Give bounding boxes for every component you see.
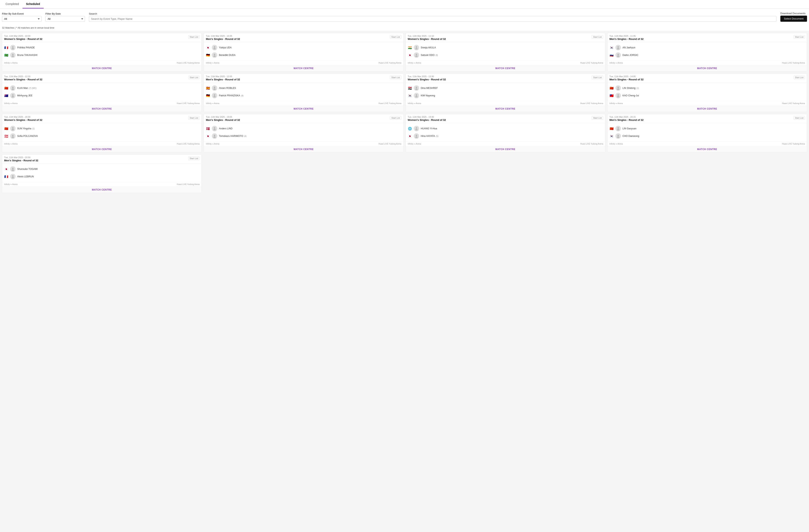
match-header-left: Tue, 11th Mar 2025 - 11:10 Women's Singl… xyxy=(408,35,446,40)
svg-point-50 xyxy=(12,175,14,177)
avatar xyxy=(212,45,217,50)
match-header-left: Tue, 11th Mar 2025 - 19:05 Men's Singles… xyxy=(206,116,240,121)
match-players: 🇪🇬 Dina MESHREF 🇰🇷 KIM Nayeong xyxy=(406,83,605,101)
tab-scheduled[interactable]: Scheduled xyxy=(22,0,44,8)
search-input[interactable] xyxy=(89,16,776,22)
match-centre-button[interactable]: MATCH CENTRE xyxy=(204,106,403,112)
player-name: Tomokazu HARIMOTO (4) xyxy=(219,135,401,138)
svg-point-3 xyxy=(12,55,14,57)
start-list-button[interactable]: Start List xyxy=(390,116,401,120)
match-datetime: Tue, 11th Mar 2025 - 18:30 xyxy=(4,116,42,118)
match-centre-button[interactable]: MATCH CENTRE xyxy=(607,106,807,112)
match-centre-button[interactable]: MATCH CENTRE xyxy=(2,146,202,152)
venue-2: Huaxi LIVE Yudong Arena xyxy=(379,143,401,145)
avatar xyxy=(615,126,621,131)
start-list-button[interactable]: Start List xyxy=(592,35,603,39)
match-header: Tue, 11th Mar 2025 - 12:20 Women's Singl… xyxy=(2,74,202,83)
player-flag: 🇩🇰 xyxy=(206,127,210,130)
svg-point-46 xyxy=(617,135,619,136)
start-list-button[interactable]: Start List xyxy=(188,157,200,160)
player-seed: (1) xyxy=(32,128,35,130)
start-list-button[interactable]: Start List xyxy=(390,35,401,39)
venue-1: Infinity ∞ Arena xyxy=(609,102,623,105)
venue-2: Huaxi LIVE Yudong Arena xyxy=(379,62,401,64)
match-card: Tue, 11th Mar 2025 - 10:35 Men's Singles… xyxy=(204,33,403,71)
player-flag: 🇨🇳 xyxy=(4,127,8,130)
venue-2: Huaxi LIVE Yudong Arena xyxy=(782,143,805,145)
match-card: Tue, 11th Mar 2025 - 13:30 Women's Singl… xyxy=(406,73,605,112)
match-centre-button[interactable]: MATCH CENTRE xyxy=(607,65,807,71)
player-row: 🇯🇵 Shunsuke TOGAMI xyxy=(4,165,200,173)
match-title: Men's Singles - Round of 32 xyxy=(4,159,38,162)
player-name: SUN Yingsha (1) xyxy=(17,127,200,130)
avatar xyxy=(414,45,419,50)
match-centre-button[interactable]: MATCH CENTRE xyxy=(2,65,202,71)
match-centre-button[interactable]: MATCH CENTRE xyxy=(406,146,605,152)
match-title: Men's Singles - Round of 32 xyxy=(206,119,240,121)
sub-event-select[interactable]: All xyxy=(2,16,41,22)
match-header: Tue, 11th Mar 2025 - 13:30 Women's Singl… xyxy=(406,74,605,83)
player-flag: 🇯🇵 xyxy=(408,54,412,57)
player-name: Anders LIND xyxy=(219,127,401,130)
match-centre-button[interactable]: MATCH CENTRE xyxy=(406,106,605,112)
match-centre-button[interactable]: MATCH CENTRE xyxy=(2,106,202,112)
player-seed: (8) xyxy=(241,94,244,97)
match-venues: Infinity ∞ Arena Huaxi LIVE Yudong Arena xyxy=(204,101,403,106)
match-header-left: Tue, 11th Mar 2025 - 11:45 Men's Singles… xyxy=(609,35,644,40)
player-flag: 🇦🇹 xyxy=(4,135,8,138)
match-header-left: Tue, 11th Mar 2025 - 20:50 Men's Singles… xyxy=(4,156,38,162)
svg-point-47 xyxy=(617,137,619,138)
player-name: Dina MESHREF xyxy=(421,87,603,89)
match-header: Tue, 11th Mar 2025 - 10:00 Women's Singl… xyxy=(2,33,202,42)
svg-point-7 xyxy=(213,55,216,57)
match-header-left: Tue, 11th Mar 2025 - 14:05 Men's Singles… xyxy=(609,75,644,81)
player-row: 🇹🇼 KAO Cheng-Jui xyxy=(609,92,805,99)
start-list-button[interactable]: Start List xyxy=(794,76,805,79)
match-header: Tue, 11th Mar 2025 - 11:10 Women's Singl… xyxy=(406,33,605,42)
match-players: 🌐 HUANG Yi-Hua 🇯🇵 Hina HAYATA (5) xyxy=(406,123,605,141)
player-flag: 🇹🇼 xyxy=(609,94,614,97)
svg-point-44 xyxy=(617,127,619,129)
player-row: 🇰🇷 KIM Nayeong xyxy=(408,92,603,99)
match-header-left: Tue, 11th Mar 2025 - 12:55 Men's Singles… xyxy=(206,75,240,81)
svg-point-23 xyxy=(213,96,216,97)
start-list-button[interactable]: Start List xyxy=(390,76,401,79)
player-flag: 🇮🇳 xyxy=(408,46,412,49)
avatar xyxy=(212,85,217,91)
match-centre-button[interactable]: MATCH CENTRE xyxy=(204,65,403,71)
match-venues: Infinity ∞ Arena Huaxi LIVE Yudong Arena xyxy=(2,182,202,187)
match-players: 🇯🇵 Yukiya UDA 🇩🇪 Benedikt DUDA xyxy=(204,42,403,60)
start-list-button[interactable]: Start List xyxy=(592,116,603,120)
match-datetime: Tue, 11th Mar 2025 - 10:00 xyxy=(4,35,42,37)
avatar xyxy=(414,85,419,91)
avatar xyxy=(414,133,419,139)
player-name: Darko JORGIC xyxy=(622,54,805,56)
player-row: 🇫🇷 Prithika PAVADE xyxy=(4,44,200,51)
player-flag: 🇯🇵 xyxy=(4,168,8,171)
match-centre-button[interactable]: MATCH CENTRE xyxy=(2,187,202,193)
start-list-button[interactable]: Start List xyxy=(794,116,805,120)
player-row: 🇩🇪 Patrick FRANZISKA (8) xyxy=(206,92,401,99)
match-centre-button[interactable]: MATCH CENTRE xyxy=(406,65,605,71)
match-title: Men's Singles - Round of 32 xyxy=(609,37,644,40)
date-select[interactable]: All xyxy=(46,16,85,22)
svg-point-39 xyxy=(213,137,216,138)
player-flag: 🇧🇷 xyxy=(4,54,8,57)
player-name: Benedikt DUDA xyxy=(219,54,401,56)
start-list-button[interactable]: Start List xyxy=(188,76,200,79)
start-list-button[interactable]: Start List xyxy=(794,35,805,39)
search-label: Search xyxy=(89,12,776,15)
match-centre-button[interactable]: MATCH CENTRE xyxy=(204,146,403,152)
player-name: Shunsuke TOGAMI xyxy=(17,168,200,171)
start-list-button[interactable]: Start List xyxy=(188,116,200,120)
tabs-container: Completed Scheduled xyxy=(0,0,809,9)
player-name: Alexis LEBRUN xyxy=(17,175,200,178)
match-centre-button[interactable]: MATCH CENTRE xyxy=(607,146,807,152)
start-list-button[interactable]: Start List xyxy=(188,35,200,39)
tab-completed[interactable]: Completed xyxy=(2,0,22,8)
start-list-button[interactable]: Start List xyxy=(592,76,603,79)
player-name: Minhyung JEE xyxy=(17,94,200,97)
player-name: Hina HAYATA (5) xyxy=(421,135,603,138)
match-players: 🇨🇳 LIN Shidong (1) 🇹🇼 KAO Cheng-Jui xyxy=(607,83,807,101)
select-document-button[interactable]: Select Document xyxy=(780,16,807,22)
